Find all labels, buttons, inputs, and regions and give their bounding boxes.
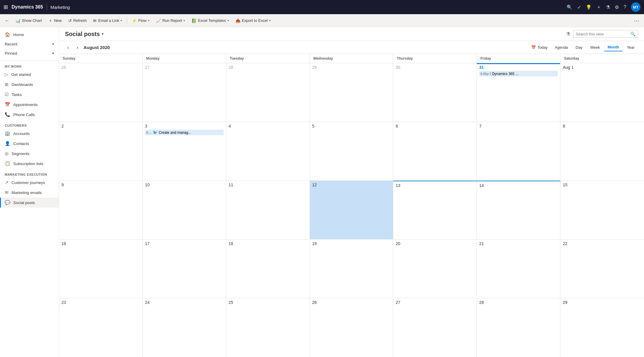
cal-cell-aug15[interactable]: 15 bbox=[560, 181, 644, 239]
cal-cell-jul27[interactable]: 27 bbox=[143, 63, 226, 122]
cal-cell-aug13[interactable]: 13 bbox=[393, 181, 477, 239]
help-icon[interactable]: ? bbox=[624, 4, 626, 10]
app-name: Dynamics 365 bbox=[12, 4, 43, 10]
cal-cell-aug21[interactable]: 21 bbox=[477, 239, 560, 298]
cal-cell-aug3[interactable]: 3 8:... 🐦 Create and manag... bbox=[143, 122, 226, 180]
sidebar-item-segments[interactable]: ◎ Segments bbox=[0, 149, 59, 159]
add-icon[interactable]: ＋ bbox=[596, 4, 601, 10]
view-filter-icon[interactable]: ⚗ bbox=[566, 31, 570, 37]
search-input[interactable] bbox=[576, 32, 629, 36]
back-button[interactable]: ← bbox=[2, 16, 12, 25]
run-report-button[interactable]: 📈 Run Report ▾ bbox=[153, 17, 188, 25]
cal-event-fb[interactable]: 8:05p f Dynamics 365 ... bbox=[479, 71, 558, 76]
sidebar-item-appointments[interactable]: 📅 Appointments bbox=[0, 100, 59, 110]
top-bar: ⊞ Dynamics 365 Marketing 🔍 ✓ 💡 ＋ ⚗ ⚙ ? M… bbox=[0, 0, 644, 14]
cal-cell-aug12[interactable]: 12 Wednesday, August 12, 2020 ✕ No items… bbox=[310, 181, 393, 239]
cal-prev-button[interactable]: ‹ bbox=[65, 44, 71, 51]
info-icon[interactable]: 💡 bbox=[586, 4, 592, 10]
flow-icon: ⚡ bbox=[132, 18, 137, 23]
sidebar: 🏠 Home Recent ▾ Pinned ▾ My Work ▷ Get s… bbox=[0, 27, 59, 357]
sidebar-item-phone-calls[interactable]: 📞 Phone Calls bbox=[0, 110, 59, 120]
sidebar-item-get-started[interactable]: ▷ Get started bbox=[0, 69, 59, 79]
cal-cell-aug10[interactable]: 10 bbox=[143, 181, 226, 239]
sidebar-item-accounts[interactable]: 🏢 Accounts bbox=[0, 128, 59, 138]
cal-event-tw[interactable]: 8:... 🐦 Create and manag... bbox=[145, 130, 224, 135]
appointments-icon: 📅 bbox=[5, 102, 10, 107]
export-excel-button[interactable]: 📤 Export to Excel ▾ bbox=[232, 17, 274, 25]
grid-icon[interactable]: ⊞ bbox=[4, 4, 8, 10]
date-jul27: 27 bbox=[145, 65, 150, 70]
cal-cell-jul26[interactable]: 26 bbox=[59, 63, 143, 122]
refresh-button[interactable]: ↺ Refresh bbox=[65, 17, 90, 25]
cal-cell-aug18[interactable]: 18 bbox=[226, 239, 310, 298]
cal-cell-aug19[interactable]: 19 bbox=[310, 239, 393, 298]
cal-cell-aug22[interactable]: 22 bbox=[560, 239, 644, 298]
cal-cell-jul29[interactable]: 29 bbox=[310, 63, 393, 122]
cal-cell-aug14[interactable]: 14 bbox=[477, 181, 560, 239]
sidebar-item-dashboards[interactable]: ⊞ Dashboards bbox=[0, 79, 59, 89]
sidebar-item-customer-journeys[interactable]: ↗ Customer journeys bbox=[0, 177, 59, 188]
cal-year-button[interactable]: Year bbox=[623, 44, 638, 51]
sidebar-item-recent[interactable]: Recent ▾ bbox=[0, 40, 59, 49]
sidebar-item-home[interactable]: 🏠 Home bbox=[0, 30, 59, 40]
cal-cell-aug17[interactable]: 17 bbox=[143, 239, 226, 298]
cal-cell-aug16[interactable]: 16 bbox=[59, 239, 143, 298]
cal-cell-aug5[interactable]: 5 bbox=[310, 122, 393, 180]
gear-icon[interactable]: ⚙ bbox=[615, 4, 619, 10]
flow-button[interactable]: ⚡ Flow ▾ bbox=[129, 17, 152, 25]
cal-cell-aug29[interactable]: 29 bbox=[560, 298, 644, 357]
sidebar-top: 🏠 Home Recent ▾ Pinned ▾ bbox=[0, 27, 59, 61]
email-icon: ✉ bbox=[93, 18, 97, 23]
top-bar-icons: 🔍 ✓ 💡 ＋ ⚗ ⚙ ? MT bbox=[567, 2, 640, 12]
sidebar-item-pinned[interactable]: Pinned ▾ bbox=[0, 49, 59, 58]
search-icon[interactable]: 🔍 bbox=[567, 4, 573, 10]
cal-next-button[interactable]: › bbox=[74, 44, 80, 51]
col-sunday: Sunday bbox=[59, 54, 143, 63]
cal-cell-aug2[interactable]: 2 bbox=[59, 122, 143, 180]
cal-agenda-button[interactable]: Agenda bbox=[551, 44, 572, 51]
cal-week-button[interactable]: Week bbox=[587, 44, 604, 51]
cal-cell-aug7[interactable]: 7 bbox=[477, 122, 560, 180]
refresh-icon: ↺ bbox=[68, 18, 72, 23]
cal-cell-aug4[interactable]: 4 bbox=[226, 122, 310, 180]
cal-cell-aug25[interactable]: 25 bbox=[226, 298, 310, 357]
email-link-button[interactable]: ✉ Email a Link ▾ bbox=[90, 17, 125, 25]
cal-cell-aug9[interactable]: 9 bbox=[59, 181, 143, 239]
show-chart-button[interactable]: 📊 Show Chart bbox=[12, 17, 45, 25]
cal-cell-aug27[interactable]: 27 bbox=[393, 298, 477, 357]
more-options-icon[interactable]: ⋯ bbox=[632, 16, 642, 25]
sidebar-item-subscription-lists[interactable]: 📋 Subscription lists bbox=[0, 159, 59, 169]
cal-cell-jul31[interactable]: 31 8:05p f Dynamics 365 ... bbox=[477, 63, 560, 122]
cal-cell-aug6[interactable]: 6 bbox=[393, 122, 477, 180]
cal-cell-aug23[interactable]: 23 bbox=[59, 298, 143, 357]
cal-body: 26 27 28 29 30 31 bbox=[59, 63, 644, 357]
settings-check-icon[interactable]: ✓ bbox=[577, 4, 581, 10]
report-icon: 📈 bbox=[156, 18, 161, 23]
cal-cell-aug1[interactable]: Aug 1 bbox=[560, 63, 644, 122]
sidebar-item-marketing-emails[interactable]: ✉ Marketing emails bbox=[0, 188, 59, 198]
cal-month-button[interactable]: Month bbox=[604, 43, 623, 51]
sidebar-item-contacts[interactable]: 👤 Contacts bbox=[0, 138, 59, 149]
new-button[interactable]: ＋ New bbox=[45, 16, 65, 25]
cal-today-button[interactable]: 📅 Today bbox=[528, 44, 551, 51]
cal-day-button[interactable]: Day bbox=[572, 44, 586, 51]
cmd-separator-1 bbox=[127, 17, 127, 24]
pinned-toggle-icon: ▾ bbox=[52, 51, 54, 55]
sidebar-item-tasks[interactable]: ☑ Tasks bbox=[0, 89, 59, 100]
date-aug22: 22 bbox=[563, 241, 567, 246]
excel-templates-button[interactable]: 📗 Excel Templates ▾ bbox=[188, 17, 232, 25]
cal-cell-jul30[interactable]: 30 bbox=[393, 63, 477, 122]
page-title[interactable]: Social posts ▾ bbox=[65, 31, 103, 38]
cal-cell-aug8[interactable]: 8 bbox=[560, 122, 644, 180]
cal-cell-aug20[interactable]: 20 bbox=[393, 239, 477, 298]
cal-cell-aug26[interactable]: 26 bbox=[310, 298, 393, 357]
cal-cell-jul28[interactable]: 28 bbox=[226, 63, 310, 122]
filter-funnel-icon[interactable]: ⚗ bbox=[606, 4, 610, 10]
cal-cell-aug24[interactable]: 24 bbox=[143, 298, 226, 357]
sidebar-item-social-posts[interactable]: 💬 Social posts bbox=[0, 198, 59, 208]
avatar[interactable]: MT bbox=[631, 2, 640, 12]
cal-cell-aug28[interactable]: 28 bbox=[477, 298, 560, 357]
search-box[interactable]: 🔍 bbox=[573, 30, 638, 38]
cal-cell-aug11[interactable]: 11 bbox=[226, 181, 310, 239]
module-name: Marketing bbox=[51, 5, 563, 10]
